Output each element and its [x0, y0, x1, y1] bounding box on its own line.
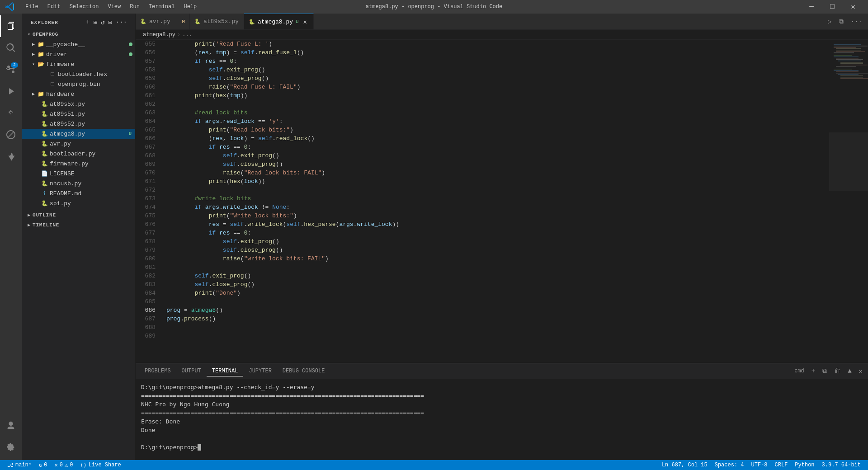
- menu-run[interactable]: Run: [126, 3, 143, 11]
- code-editor[interactable]: print('Read Fuse L: ') (res, tmp) = self…: [159, 40, 823, 363]
- refresh-explorer-button[interactable]: ↺: [100, 18, 105, 27]
- explorer-activity-icon[interactable]: [0, 15, 22, 37]
- tree-item-avr[interactable]: ▶ 🐍 avr.py: [22, 139, 135, 149]
- status-eol[interactable]: CRLF: [771, 460, 792, 470]
- tree-item-atmega8[interactable]: ▶ 🐍 atmega8.py U: [22, 129, 135, 139]
- terminal-tab-problems[interactable]: PROBLEMS: [139, 366, 176, 376]
- pycache-chevron: ▶: [30, 42, 37, 47]
- svg-rect-6: [836, 51, 865, 52]
- remote-explorer-activity-icon[interactable]: [0, 124, 22, 146]
- settings-activity-icon[interactable]: [0, 437, 22, 458]
- terminal-tab-output[interactable]: OUTPUT: [176, 366, 207, 376]
- split-editor-button[interactable]: ⧉: [837, 17, 846, 27]
- extensions-activity-icon[interactable]: [0, 102, 22, 124]
- terminal-new-button[interactable]: +: [810, 367, 817, 376]
- status-liveshare[interactable]: ⟨⟩ Live Share: [76, 460, 124, 470]
- maximize-button[interactable]: □: [822, 0, 843, 14]
- minimize-button[interactable]: ─: [801, 0, 822, 14]
- at89s52-name: at89s52.py: [50, 121, 135, 127]
- liveshare-text: Live Share: [89, 462, 121, 468]
- tree-item-firmware[interactable]: ▾ 📂 firmware: [22, 59, 135, 69]
- tree-item-nhcusb[interactable]: ▶ 🐍 nhcusb.py: [22, 179, 135, 188]
- tree-item-driver[interactable]: ▶ 📁 driver: [22, 49, 135, 59]
- tab-atmega8[interactable]: 🐍 atmega8.py U ✕: [244, 14, 314, 29]
- tree-item-license[interactable]: ▶ 📄 LICENSE: [22, 169, 135, 179]
- minimap[interactable]: [823, 40, 868, 363]
- status-branch[interactable]: ⎇ main*: [4, 460, 35, 470]
- tree-root-folder[interactable]: ▾ OPENPROG: [22, 29, 135, 39]
- run-debug-activity-icon[interactable]: [0, 80, 22, 102]
- tree-item-hardware[interactable]: ▶ 📁 hardware: [22, 89, 135, 99]
- tree-item-at89s51[interactable]: ▶ 🐍 at89s51.py: [22, 109, 135, 119]
- terminal-close-button[interactable]: ✕: [857, 367, 864, 376]
- more-actions-button[interactable]: ···: [115, 18, 128, 27]
- menu-terminal[interactable]: Terminal: [145, 3, 179, 11]
- hardware-name: hardware: [46, 91, 135, 98]
- nhcusb-icon: 🐍: [41, 180, 48, 187]
- firmware-name: firmware: [46, 61, 135, 68]
- new-folder-button[interactable]: ⊞: [92, 18, 98, 27]
- timeline-section[interactable]: ▶ TIMELINE: [22, 220, 135, 230]
- atmega8-tab-close-button[interactable]: ✕: [302, 18, 309, 25]
- terminal-content[interactable]: D:\git\openprog>atmega8.py --check_id=y …: [136, 379, 868, 460]
- menu-edit[interactable]: Edit: [44, 3, 64, 11]
- source-control-activity-icon[interactable]: 2: [0, 59, 22, 80]
- tree-item-spi[interactable]: ▶ 🐍 spi.py: [22, 198, 135, 208]
- tree-item-readme[interactable]: ▶ ℹ README.md: [22, 188, 135, 198]
- error-count: 0: [60, 462, 63, 468]
- avr-tab-name: avr.py: [149, 18, 179, 25]
- window-controls: ─ □ ✕: [801, 0, 863, 14]
- terminal-tab-debug[interactable]: DEBUG CONSOLE: [277, 366, 330, 376]
- code-container[interactable]: 655 656 657 658 659 660 661 662 663 664 …: [136, 40, 823, 363]
- atmega8-icon: 🐍: [41, 130, 48, 137]
- status-version[interactable]: 3.9.7 64-bit: [818, 460, 864, 470]
- status-sync[interactable]: ↻ 0: [35, 460, 51, 470]
- license-icon: 📄: [41, 170, 48, 177]
- breadcrumb-location[interactable]: ...: [182, 32, 192, 38]
- tab-avr[interactable]: 🐍 avr.py M: [136, 14, 190, 29]
- at89s51-icon: 🐍: [41, 110, 48, 118]
- more-actions-editor-button[interactable]: ···: [849, 17, 864, 27]
- tree-item-at89s52[interactable]: ▶ 🐍 at89s52.py: [22, 119, 135, 129]
- file-tree: ▾ OPENPROG ▶ 📁 __pycache__ ▶ 📁 driver ▾ …: [22, 29, 135, 460]
- hardware-chevron: ▶: [30, 91, 37, 97]
- terminal-tab-jupyter[interactable]: JUPYTER: [243, 366, 277, 376]
- terminal-trash-button[interactable]: 🗑: [832, 367, 842, 376]
- bootloader-py-name: bootloader.py: [50, 150, 135, 157]
- terminal-maximize-button[interactable]: ▲: [846, 367, 853, 376]
- tab-at89s5x[interactable]: 🐍 at89s5x.py: [190, 14, 244, 29]
- tree-item-bootloader-py[interactable]: ▶ 🐍 bootloader.py: [22, 149, 135, 159]
- tree-item-firmware-py[interactable]: ▶ 🐍 firmware.py: [22, 159, 135, 169]
- new-file-button[interactable]: +: [85, 18, 90, 27]
- close-button[interactable]: ✕: [843, 0, 863, 14]
- terminal-command-line: D:\git\openprog>atmega8.py --check_id=y …: [141, 383, 863, 391]
- tree-item-bootloader-hex[interactable]: ▶ □ bootloader.hex: [22, 69, 135, 79]
- status-errors[interactable]: ✕ 0 ⚠ 0: [51, 460, 76, 470]
- tree-item-openprog-bin[interactable]: ▶ □ openprog.bin: [22, 79, 135, 89]
- tree-item-pycache[interactable]: ▶ 📁 __pycache__: [22, 39, 135, 49]
- outline-section[interactable]: ▶ OUTLINE: [22, 210, 135, 220]
- terminal-split-button[interactable]: ⧉: [821, 367, 829, 376]
- sidebar-title: EXPLORER: [31, 20, 58, 25]
- tree-item-at89s5x[interactable]: ▶ 🐍 at89s5x.py: [22, 99, 135, 109]
- collapse-folders-button[interactable]: ⊟: [107, 18, 113, 27]
- status-position[interactable]: Ln 687, Col 15: [658, 460, 711, 470]
- terminal-command: D:\git\openprog>atmega8.py --check_id=y …: [141, 384, 315, 390]
- at89s5x-icon: 🐍: [41, 100, 48, 108]
- accounts-activity-icon[interactable]: [0, 415, 22, 437]
- terminal-tab-terminal[interactable]: TERMINAL: [207, 366, 244, 376]
- menu-selection[interactable]: Selection: [66, 3, 103, 11]
- menu-bar: File Edit Selection View Run Terminal He…: [22, 3, 200, 11]
- breadcrumb-file[interactable]: atmega8.py: [143, 32, 175, 38]
- menu-help[interactable]: Help: [180, 3, 200, 11]
- status-language[interactable]: Python: [791, 460, 818, 470]
- search-activity-icon[interactable]: [0, 37, 22, 59]
- status-spaces[interactable]: Spaces: 4: [711, 460, 748, 470]
- menu-view[interactable]: View: [104, 3, 124, 11]
- menu-file[interactable]: File: [22, 3, 42, 11]
- minimap-svg: [829, 42, 868, 304]
- run-file-button[interactable]: ▷: [826, 16, 834, 27]
- testing-activity-icon[interactable]: [0, 146, 22, 167]
- folder-icon: 📁: [37, 41, 44, 48]
- status-encoding[interactable]: UTF-8: [748, 460, 771, 470]
